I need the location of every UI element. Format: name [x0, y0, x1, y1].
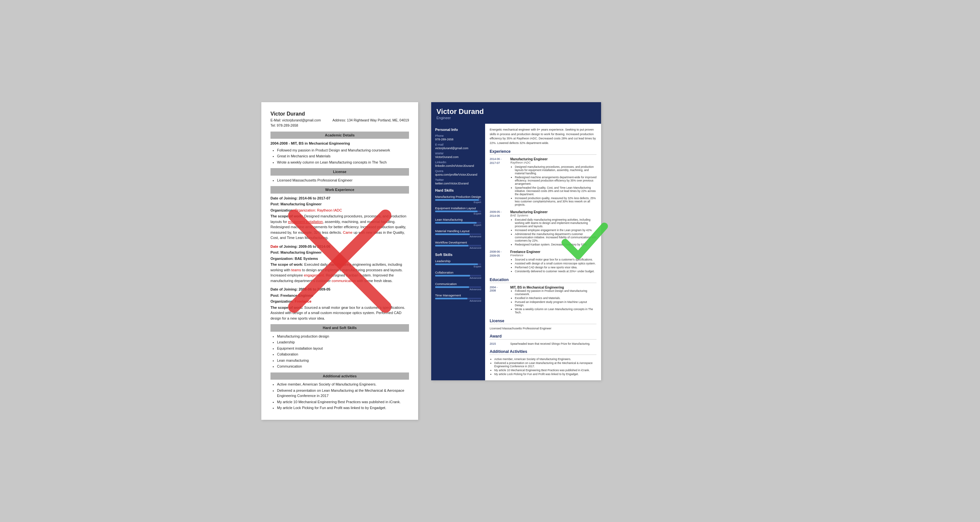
soft-skill-3-level: Advanced — [435, 288, 481, 291]
skill-1: Manufacturing production design — [277, 334, 409, 339]
license-text: Licensed Massachusetts Professional Engi… — [277, 178, 353, 182]
right-job-2-date: 2009-05 -2014-06 — [490, 210, 508, 247]
hard-skill-3: Lean Manufacturing Expert — [435, 218, 481, 227]
right-job-2-list: Executed daily manufacturing engineering… — [510, 218, 597, 246]
education-1: 2004 -2008 MIT, BS in Mechanical Enginee… — [490, 286, 597, 315]
activity-2: Delivered a presentation on Lean Manufac… — [277, 388, 409, 398]
right-main: Energetic mechanical engineer with 9+ ye… — [485, 124, 601, 380]
award-entry: 2015 Spearheaded team that received Shin… — [490, 342, 597, 345]
job-2: Date of Joining: 2009-05 to 2014-06 Post… — [270, 244, 409, 284]
skill-3: Equipment installation layout — [277, 346, 409, 351]
soft-skill-1-name: Leadership — [435, 259, 481, 263]
license-item: Licensed Massachusetts Professional Engi… — [277, 178, 409, 183]
resume-right: Victor Durand Engineer Personal Info Pho… — [431, 102, 601, 380]
address-label: Address: — [332, 118, 346, 122]
phone-label: Phone — [435, 134, 481, 137]
main-container: Victor Durand E-Mail: victorjdurand@gmai… — [261, 102, 719, 420]
rj3-b2: Assisted with design of a small custom m… — [515, 262, 597, 265]
rj3-b1: Sourced a small motor gear box for a cus… — [515, 258, 597, 261]
edu-list: Followed my passion in Product Design an… — [510, 289, 597, 314]
license-list: Licensed Massachusetts Professional Engi… — [270, 178, 409, 183]
license-text: Licensed Massachusetts Professional Engi… — [490, 327, 597, 330]
right-name: Victor Durand — [436, 107, 596, 116]
linkedin-value: linkedin.com/in/VictorJDurand — [435, 164, 481, 167]
edu-b4: Wrote a weekly column on Lean Manufactur… — [515, 308, 597, 314]
edu-b3: Pursued an independent study program in … — [515, 300, 597, 307]
activities-header: Additional activities — [270, 373, 409, 380]
job3-scope-label: The scope of work: — [270, 306, 303, 309]
rj1-b2: Redesigned machine arrangements departme… — [515, 176, 597, 186]
left-name: Victor Durand — [270, 110, 409, 118]
award-desc: Spearheaded team that received Shingo Pr… — [510, 342, 590, 345]
resume-left: Victor Durand E-Mail: victorjdurand@gmai… — [261, 102, 418, 420]
right-title: Engineer — [436, 116, 596, 120]
license-header: License — [270, 168, 409, 176]
left-name-section: Victor Durand E-Mail: victorjdurand@gmai… — [270, 110, 409, 128]
right-job-1-content: Manufacturing Engineer Raytheon IADC Des… — [510, 157, 597, 207]
hard-skill-5-name: Workflow Development — [435, 241, 481, 244]
right-job-3-date: 2008-06 -2009-05 — [490, 250, 508, 274]
job-1: Date of Joining: 2014-06 to 2017-07 Post… — [270, 195, 409, 241]
edu-b2: Excelled in Mechanics and Materials. — [515, 297, 597, 300]
soft-skill-4-level: Advanced — [435, 299, 481, 302]
hard-skill-2-level: Expert — [435, 212, 481, 215]
email-value-r: victorjdurand@gmail.com — [435, 147, 481, 150]
hard-skill-2-name: Equipment Installation Layout — [435, 206, 481, 210]
skill-4: Collaboration — [277, 352, 409, 357]
soft-skill-3: Communication Advanced — [435, 282, 481, 291]
rj2-b2: Increased employee engagement in the Lea… — [515, 228, 597, 232]
soft-skill-4: Time Management Advanced — [435, 294, 481, 302]
right-job-2-content: Manufacturing Engineer BAE Systems Execu… — [510, 210, 597, 247]
right-header: Victor Durand Engineer — [431, 102, 601, 124]
hard-skill-1: Manufacturing Production Design Expert — [435, 195, 481, 204]
right-job-2-title: Manufacturing Engineer — [510, 210, 597, 214]
job-3: Date of Joining: 2008-06 to 2009-05 Post… — [270, 287, 409, 321]
license-title: License — [490, 319, 597, 324]
sidebar-fields: Phone 978-289-2658 E-mail victorjdurand@… — [435, 134, 481, 185]
skill-6: Communication — [277, 364, 409, 369]
activity-3: My article 10 Mechanical Engineering Bes… — [277, 399, 409, 405]
summary: Energetic mechanical engineer with 9+ ye… — [490, 128, 597, 145]
rj1-b4: Increased production quality, measured b… — [515, 197, 597, 206]
rj3-b3: Performed CAD design for a new sports vi… — [515, 266, 597, 269]
tel-value: 978-289-2658 — [277, 124, 298, 127]
right-job-1: 2014-06 -2017-07 Manufacturing Engineer … — [490, 157, 597, 207]
right-job-1-org: Raytheon IADC — [510, 161, 597, 164]
email-value: victorjdurand@gmail.com — [282, 118, 321, 122]
soft-skill-4-name: Time Management — [435, 294, 481, 297]
rj2-b4: Redesigned Kanban system. Decreased inve… — [515, 243, 597, 246]
academic-item-2: Great in Mechanics and Materials — [277, 154, 409, 159]
soft-skill-2-name: Collaboration — [435, 271, 481, 274]
rj1-b1: Designed manufacturing procedures, proce… — [515, 165, 597, 175]
edu-date: 2004 -2008 — [490, 286, 508, 315]
additional-title: Additional Activities — [490, 349, 597, 355]
edu-degree: MIT, BS in Mechanical Engineering — [510, 286, 597, 289]
job3-org: Organization: Freelance — [270, 299, 311, 303]
skill-5: Lean manufacturing — [277, 358, 409, 363]
add-2: Delivered a presentation on Lean Manufac… — [494, 362, 597, 368]
job2-org: Organization: BAE Systems — [270, 257, 318, 260]
academic-header: Academic Details — [270, 132, 409, 139]
right-job-3-title: Freelance Engineer — [510, 250, 597, 254]
soft-skill-2-level: Advanced — [435, 276, 481, 279]
email-label: E-Mail: — [270, 118, 281, 122]
job1-post: Post: Manufacturing Engineer — [270, 202, 321, 206]
job2-date: Date of Joining: 2009-05 to 2014-06 — [270, 244, 330, 248]
personal-info-title: Personal Info — [435, 128, 481, 132]
soft-skill-2: Collaboration Advanced — [435, 271, 481, 279]
right-job-1-date: 2014-06 -2017-07 — [490, 157, 508, 207]
twitter-value: twitter.com/VictorJDurand — [435, 182, 481, 185]
hard-skills-title: Hard Skills — [435, 188, 481, 192]
activity-1: Active member, American Society of Manuf… — [277, 382, 409, 387]
skills-list: Manufacturing production design Leadersh… — [270, 334, 409, 369]
award-title: Award — [490, 334, 597, 340]
add-1: Active member, American Society of Manuf… — [494, 357, 597, 361]
hard-skill-4-level: Advanced — [435, 235, 481, 238]
right-sidebar: Personal Info Phone 978-289-2658 E-mail … — [431, 124, 485, 380]
rj3-b4: Consistently delivered to customer needs… — [515, 270, 597, 273]
education-title: Education — [490, 278, 597, 283]
hard-skill-1-name: Manufacturing Production Design — [435, 195, 481, 198]
activity-4: My article Lock Picking for Fun and Prof… — [277, 405, 409, 411]
experience-title: Experience — [490, 149, 597, 155]
job1-date: Date of Joining: 2014-06 to 2017-07 — [270, 196, 330, 200]
